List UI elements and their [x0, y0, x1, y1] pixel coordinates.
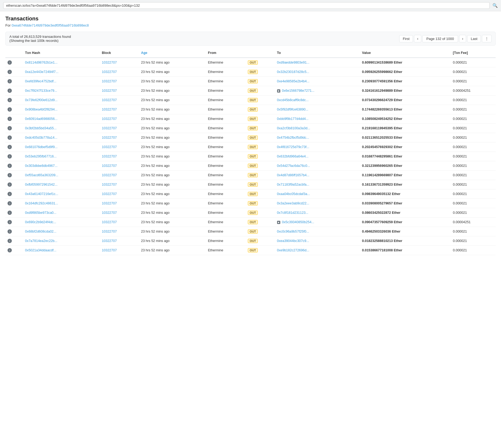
block-link[interactable]: 10322707 — [102, 61, 117, 64]
first-button[interactable]: First — [399, 35, 413, 42]
prev-button[interactable]: ‹ — [414, 35, 421, 42]
block-link[interactable]: 10322707 — [102, 108, 117, 111]
info-icon[interactable]: i — [8, 201, 12, 205]
to-link[interactable]: 0x3a2eee3ab9cd22... — [277, 201, 309, 205]
row-txn-hash: 0x908bea4bf2f8294... — [23, 105, 100, 114]
to-link[interactable]: 0x54d27fac6da76c0... — [277, 164, 310, 168]
block-link[interactable]: 10322707 — [102, 145, 117, 149]
info-icon[interactable]: i — [8, 98, 12, 102]
info-icon[interactable]: i — [8, 89, 12, 93]
info-icon[interactable]: i — [8, 192, 12, 196]
txn-hash-link[interactable]: 0xdc405d3b778a14... — [25, 136, 57, 139]
col-age[interactable]: Age — [139, 48, 206, 58]
block-link[interactable]: 10322707 — [102, 211, 117, 215]
txn-hash-link[interactable]: 0x60914ad6988056... — [25, 117, 57, 121]
to-link[interactable]: 0xe9b182c272696d... — [277, 248, 309, 252]
to-link[interactable]: 0x32b230187d28c5... — [277, 70, 309, 74]
info-icon[interactable]: i — [8, 239, 12, 243]
info-icon[interactable]: i — [8, 173, 12, 177]
to-link[interactable]: 0x7c8f181d231123... — [277, 211, 308, 215]
txn-hash-link[interactable]: 0xf55acd65a363209... — [25, 173, 58, 177]
to-link[interactable]: 0xc0c96a9b57f25f0... — [277, 230, 309, 233]
next-button[interactable]: › — [459, 35, 466, 42]
to-link[interactable]: 0xea39044bc307c9... — [277, 239, 309, 243]
txn-hash-link[interactable]: 0x7a7814ea2ec22b... — [25, 239, 57, 243]
info-icon[interactable]: i — [8, 107, 12, 112]
to-link[interactable]: 0xa2cf3b8100a3a3d... — [277, 126, 310, 130]
info-icon[interactable]: i — [8, 220, 12, 224]
info-icon[interactable]: i — [8, 211, 12, 215]
address-link[interactable]: 0xea674fdde714fd979de3edf0f56aa9716b898e… — [12, 23, 89, 27]
block-link[interactable]: 10322707 — [102, 248, 117, 252]
to-link[interactable]: 0xcd45b8caff9c8dc... — [277, 98, 309, 102]
block-link[interactable]: 10322707 — [102, 239, 117, 243]
block-link[interactable]: 10322707 — [102, 126, 117, 130]
txn-hash-link[interactable]: 0x681076dbef5d9f9... — [25, 145, 57, 149]
txn-hash-link[interactable]: 0x303dbbe8db4967... — [25, 164, 57, 168]
row-icon: i — [5, 58, 23, 67]
block-link[interactable]: 10322707 — [102, 173, 117, 177]
to-link[interactable]: 0xaa04bc05dcdaf3a... — [277, 192, 310, 196]
txn-hash-link[interactable]: 0xefd39fec4752bdf... — [25, 79, 56, 83]
info-icon[interactable]: i — [8, 248, 12, 252]
txn-hash-link[interactable]: 0x164dfc292c48631... — [25, 201, 58, 205]
to-link[interactable]: 0xd9aedde9803e91... — [277, 61, 310, 64]
block-link[interactable]: 10322707 — [102, 79, 117, 83]
txn-hash-link[interactable]: 0x43a61407216ef1c... — [25, 192, 58, 196]
txn-hash-link[interactable]: 0x8114d98762b1e1... — [25, 61, 57, 64]
to-link[interactable]: 0x71183f9a52acbfa... — [277, 183, 309, 186]
info-icon[interactable]: i — [8, 126, 12, 130]
info-icon[interactable]: i — [8, 117, 12, 121]
txn-hash-link[interactable]: 0x690c2b9d24f4dc... — [25, 220, 56, 224]
row-direction: OUT — [246, 105, 275, 114]
info-icon[interactable]: i — [8, 229, 12, 234]
txn-hash-link[interactable]: 0x908bea4bf2f8294... — [25, 108, 57, 111]
txn-hash-link[interactable]: 0x73fe62f00e612d9... — [25, 98, 57, 102]
block-link[interactable]: 10322707 — [102, 89, 117, 93]
block-link[interactable]: 10322707 — [102, 136, 117, 139]
info-icon[interactable]: i — [8, 135, 12, 140]
to-link[interactable]: 0x5c39340850b254... — [282, 220, 314, 224]
row-to: 0x7c8f181d231123... — [275, 208, 360, 218]
url-bar[interactable]: etherscan.io/txs?a=0xea674fdde714fd979de… — [3, 2, 490, 9]
info-icon[interactable]: i — [8, 154, 12, 159]
row-icon: i — [5, 208, 23, 218]
to-link[interactable]: 0x4f816725d79c73f... — [277, 145, 309, 149]
block-link[interactable]: 10322707 — [102, 192, 117, 196]
block-link[interactable]: 10322707 — [102, 70, 117, 74]
to-link[interactable]: 0xe4e98585e2b4b4... — [277, 79, 310, 83]
info-icon[interactable]: i — [8, 60, 12, 65]
block-link[interactable]: 10322707 — [102, 201, 117, 205]
search-button[interactable]: 🔍 — [492, 3, 498, 8]
info-icon[interactable]: i — [8, 182, 12, 187]
txn-hash-link[interactable]: 0x68bf2d608cda02... — [25, 230, 56, 233]
to-link[interactable]: 0x632bfd966a64e4... — [277, 155, 308, 158]
table-row: i 0xd9f865be973ca0... 10322707 23 hrs 52… — [5, 208, 496, 218]
info-icon[interactable]: i — [8, 145, 12, 149]
block-link[interactable]: 10322707 — [102, 164, 117, 168]
table-row: i 0xdc405d3b778a14... 10322707 23 hrs 52… — [5, 133, 496, 142]
to-link[interactable]: 0x6e1566798e7271... — [282, 89, 314, 93]
txn-hash-link[interactable]: 0xc7f9247f133ce79... — [25, 89, 57, 93]
block-link[interactable]: 10322707 — [102, 117, 117, 121]
info-icon[interactable]: i — [8, 79, 12, 83]
txn-hash-link[interactable]: 0x5021a34ddaacdf... — [25, 248, 56, 252]
block-link[interactable]: 10322707 — [102, 183, 117, 186]
txn-hash-link[interactable]: 0xd9f865be973ca0... — [25, 211, 56, 215]
txn-hash-link[interactable]: 0xa12e443e72494f7... — [25, 70, 58, 74]
block-link[interactable]: 10322707 — [102, 230, 117, 233]
to-link[interactable]: 0x4754b2fbcf5d9dc... — [277, 136, 309, 139]
to-link[interactable]: 0xbb9f9b177d4dd4... — [277, 117, 308, 121]
txn-hash-link[interactable]: 0x3bf2bb5bd34a55... — [25, 126, 56, 130]
info-icon[interactable]: i — [8, 164, 12, 168]
more-button[interactable]: ⋮ — [482, 35, 492, 42]
to-link[interactable]: 0x5f92df9fce63890... — [277, 108, 308, 111]
txn-hash-link[interactable]: 0xfbf059972961542... — [25, 183, 57, 186]
to-link[interactable]: 0x4d87d86ff1657b4... — [277, 173, 310, 177]
block-link[interactable]: 10322707 — [102, 98, 117, 102]
block-link[interactable]: 10322707 — [102, 220, 117, 224]
last-button[interactable]: Last — [467, 35, 481, 42]
block-link[interactable]: 10322707 — [102, 155, 117, 158]
txn-hash-link[interactable]: 0x53eb295fb67716... — [25, 155, 56, 158]
info-icon[interactable]: i — [8, 70, 12, 74]
